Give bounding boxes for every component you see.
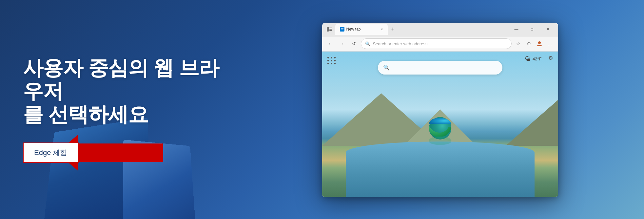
dot — [334, 60, 336, 61]
weather-widget[interactable]: 🌤 42°F — [525, 55, 542, 62]
new-tab-button[interactable]: + — [388, 25, 398, 34]
menu-icon[interactable]: … — [545, 39, 555, 49]
apps-grid-icon[interactable] — [327, 57, 336, 64]
browser-addressbar: ← → ↺ 🔍 Search or enter web address ☆ ⊕ — [322, 36, 558, 52]
profile-icon[interactable] — [535, 39, 544, 49]
left-section: 사용자 중심의 웹 브라우저 를 선택하세요 Edge 체험 — [0, 36, 249, 183]
browser-titlebar: New tab × + — □ ✕ — [322, 23, 558, 36]
window-controls: — □ ✕ — [509, 24, 556, 34]
dot — [334, 63, 336, 64]
close-button[interactable]: ✕ — [540, 24, 556, 34]
svg-point-7 — [538, 41, 541, 44]
refresh-button[interactable]: ↺ — [349, 39, 359, 49]
svg-rect-5 — [341, 28, 343, 29]
arrow-decoration — [78, 143, 163, 162]
address-bar[interactable]: 🔍 Search or enter web address — [361, 38, 512, 49]
page-background: 사용자 중심의 웹 브라우저 를 선택하세요 Edge 체험 — [0, 0, 644, 219]
collections-icon[interactable]: ⊕ — [524, 39, 534, 49]
newtab-settings-icon[interactable]: ⚙ — [548, 55, 553, 61]
arrow-body — [78, 143, 163, 162]
new-tab-background: 🌤 42°F ⚙ 🔍 — [322, 52, 558, 197]
lake — [346, 142, 535, 197]
search-icon: 🔍 — [365, 41, 370, 46]
sidebar-toggle-icon[interactable] — [325, 25, 334, 34]
tab-favicon — [340, 27, 344, 32]
dot — [327, 57, 329, 58]
favorites-icon[interactable]: ☆ — [514, 39, 523, 49]
dot — [331, 63, 332, 64]
maximize-button[interactable]: □ — [525, 24, 540, 34]
main-heading: 사용자 중심의 웹 브라우저 를 선택하세요 — [23, 56, 229, 126]
svg-rect-1 — [329, 28, 332, 28]
svg-rect-6 — [341, 29, 343, 30]
dot — [334, 57, 336, 58]
active-tab[interactable]: New tab × — [335, 24, 388, 35]
title-line1: 사용자 중심의 웹 브라우저 — [23, 56, 219, 102]
cta-area: Edge 체험 — [23, 142, 229, 163]
minimize-button[interactable]: — — [509, 24, 524, 34]
dot — [331, 60, 332, 61]
tab-strip: New tab × + — [335, 24, 508, 35]
dot — [327, 60, 329, 61]
forward-button[interactable]: → — [337, 39, 347, 49]
weather-icon: 🌤 — [525, 55, 531, 62]
weather-temp: 42°F — [533, 56, 542, 61]
newtab-search-bar[interactable]: 🔍 — [378, 61, 502, 75]
tab-close-button[interactable]: × — [381, 27, 383, 31]
title-line2: 를 선택하세요 — [23, 103, 148, 126]
address-placeholder: Search or enter web address — [373, 41, 428, 46]
tab-title: New tab — [346, 27, 361, 32]
browser-mockup-section: New tab × + — □ ✕ ← → ↺ 🔍 Search — [249, 23, 644, 197]
edge-cta-button[interactable]: Edge 체험 — [23, 142, 79, 163]
browser-window: New tab × + — □ ✕ ← → ↺ 🔍 Search — [322, 23, 558, 197]
svg-rect-2 — [329, 29, 332, 30]
svg-rect-0 — [327, 27, 329, 32]
browser-content: 🌤 42°F ⚙ 🔍 — [322, 52, 558, 197]
svg-rect-3 — [329, 30, 332, 31]
dot — [327, 63, 329, 64]
toolbar-icons: ☆ ⊕ … — [514, 39, 555, 49]
dot — [331, 57, 332, 58]
edge-logo-reflection — [425, 135, 455, 147]
back-button[interactable]: ← — [325, 39, 335, 49]
mountain-right — [506, 100, 558, 146]
newtab-search-icon: 🔍 — [383, 64, 390, 71]
